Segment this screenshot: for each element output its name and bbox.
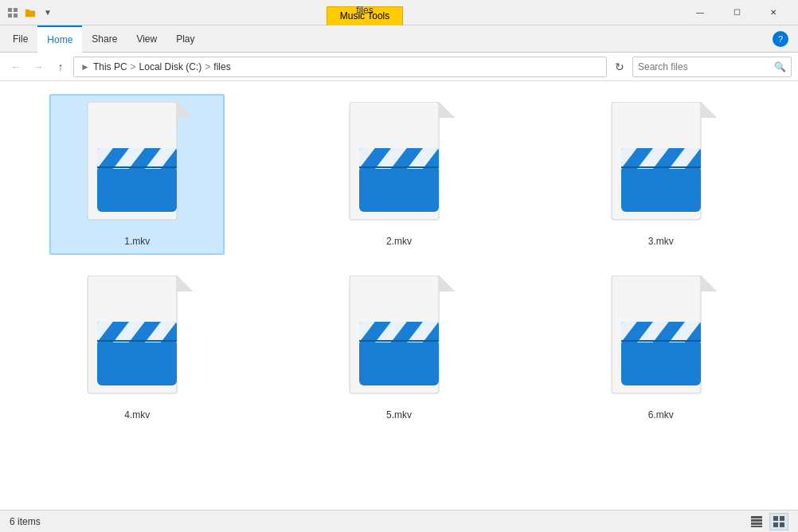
svg-rect-83 xyxy=(751,519,762,522)
folder-icon xyxy=(24,6,37,19)
svg-rect-59 xyxy=(359,339,439,385)
file-content-area: 1.mkv xyxy=(0,81,798,510)
svg-marker-45 xyxy=(177,276,193,291)
svg-rect-33 xyxy=(621,166,701,212)
file-name: 6.mkv xyxy=(648,409,674,421)
path-this-pc[interactable]: This PC xyxy=(93,61,127,72)
details-view-button[interactable] xyxy=(747,513,766,530)
refresh-button[interactable]: ↻ xyxy=(610,57,629,76)
svg-marker-19 xyxy=(439,102,455,118)
file-icon xyxy=(81,102,193,229)
svg-marker-58 xyxy=(439,276,455,291)
svg-marker-32 xyxy=(701,102,717,118)
svg-rect-88 xyxy=(773,522,778,527)
file-item[interactable]: 1.mkv xyxy=(49,94,225,255)
svg-rect-87 xyxy=(780,516,784,521)
help-button[interactable]: ? xyxy=(773,31,788,47)
back-button[interactable]: ← xyxy=(6,57,25,76)
svg-rect-3 xyxy=(14,14,18,18)
close-button[interactable]: ✕ xyxy=(755,0,792,25)
window-title: files xyxy=(356,5,373,16)
search-box[interactable]: 🔍 xyxy=(632,57,792,77)
svg-rect-82 xyxy=(751,516,762,518)
file-item[interactable]: 5.mkv xyxy=(311,268,487,428)
file-name: 5.mkv xyxy=(386,409,412,421)
svg-rect-85 xyxy=(751,526,762,527)
svg-rect-7 xyxy=(97,166,177,212)
file-icon xyxy=(343,276,455,403)
file-icon xyxy=(605,102,717,229)
minimize-button[interactable]: — xyxy=(682,0,718,25)
svg-rect-0 xyxy=(8,8,12,12)
svg-rect-1 xyxy=(14,8,18,12)
ribbon: File Home Share View Play ? xyxy=(0,25,798,53)
svg-rect-84 xyxy=(751,522,762,525)
file-icon xyxy=(343,102,455,229)
svg-rect-46 xyxy=(97,339,177,385)
svg-marker-6 xyxy=(177,102,193,118)
ribbon-tab-share[interactable]: Share xyxy=(82,25,127,53)
address-path[interactable]: ► This PC > Local Disk (C:) > files xyxy=(73,57,607,77)
path-dropdown-icon: ► xyxy=(80,61,90,72)
ribbon-tab-file[interactable]: File xyxy=(3,25,37,53)
quick-access-icon[interactable] xyxy=(6,6,19,19)
svg-rect-72 xyxy=(621,339,701,385)
maximize-button[interactable]: ☐ xyxy=(718,0,755,25)
file-item[interactable]: 2.mkv xyxy=(311,94,487,255)
title-bar: ▼ Music Tools files — ☐ ✕ xyxy=(0,0,798,25)
down-arrow-icon[interactable]: ▼ xyxy=(41,6,54,19)
status-bar: 6 items xyxy=(0,510,798,532)
search-input[interactable] xyxy=(638,61,771,72)
item-count: 6 items xyxy=(10,516,41,527)
ribbon-tab-view[interactable]: View xyxy=(127,25,166,53)
svg-rect-89 xyxy=(780,522,784,527)
file-item[interactable]: 6.mkv xyxy=(573,268,749,428)
file-icon xyxy=(81,276,193,403)
svg-rect-2 xyxy=(8,14,12,18)
file-icon xyxy=(605,276,717,403)
view-controls xyxy=(747,513,788,530)
file-item[interactable]: 3.mkv xyxy=(573,94,749,255)
search-icon: 🔍 xyxy=(774,61,786,72)
path-files[interactable]: files xyxy=(213,61,230,72)
file-name: 4.mkv xyxy=(124,409,150,421)
svg-rect-86 xyxy=(773,516,778,521)
file-item[interactable]: 4.mkv xyxy=(49,268,225,428)
ribbon-tab-home[interactable]: Home xyxy=(37,25,82,53)
large-icons-view-button[interactable] xyxy=(769,513,788,530)
svg-rect-20 xyxy=(359,166,439,212)
svg-marker-71 xyxy=(701,276,717,291)
file-name: 1.mkv xyxy=(124,236,150,247)
file-name: 3.mkv xyxy=(648,236,674,247)
path-local-disk[interactable]: Local Disk (C:) xyxy=(139,61,202,72)
title-bar-icons: ▼ xyxy=(6,6,54,19)
forward-button[interactable]: → xyxy=(29,57,48,76)
up-button[interactable]: ↑ xyxy=(51,57,70,76)
file-name: 2.mkv xyxy=(386,236,412,247)
address-bar: ← → ↑ ► This PC > Local Disk (C:) > file… xyxy=(0,53,798,81)
ribbon-tab-play[interactable]: Play xyxy=(166,25,204,53)
window-controls: — ☐ ✕ xyxy=(682,0,792,25)
